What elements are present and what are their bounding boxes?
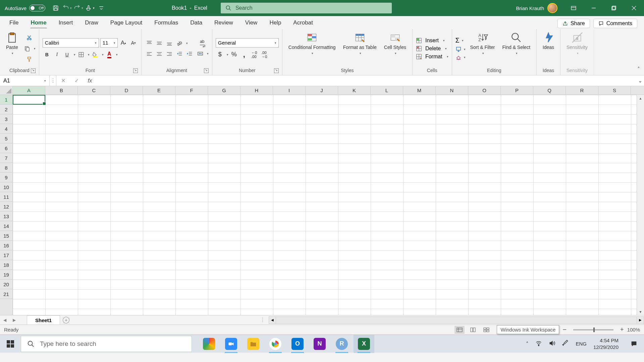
row-header[interactable]: 7 <box>0 153 12 163</box>
tab-view[interactable]: View <box>239 17 264 28</box>
row-header[interactable]: 3 <box>0 114 12 124</box>
maximize-button[interactable] <box>604 0 624 16</box>
find-select-button[interactable]: Find & Select▾ <box>500 31 533 66</box>
sheet-tab[interactable]: Sheet1 <box>27 315 60 324</box>
column-header[interactable]: H <box>240 86 273 95</box>
column-header[interactable]: F <box>175 86 208 95</box>
cut-icon[interactable] <box>23 34 36 42</box>
taskbar-app-outlook[interactable]: O <box>287 335 308 353</box>
taskbar-app-chrome[interactable] <box>265 335 286 353</box>
ink-workspace-icon[interactable] <box>562 340 569 348</box>
alignment-dialog-launcher[interactable] <box>204 68 209 73</box>
row-header[interactable]: 20 <box>0 280 12 289</box>
sort-filter-button[interactable]: AZ Sort & Filter▾ <box>468 31 498 66</box>
increase-indent-icon[interactable] <box>185 50 194 58</box>
vertical-scrollbar[interactable]: ▲ ▼ <box>637 95 644 315</box>
decrease-decimal-icon[interactable]: .00→0 <box>260 50 269 59</box>
ideas-button[interactable]: Ideas <box>540 31 557 66</box>
customize-qat-icon[interactable] <box>96 0 107 16</box>
format-cells-button[interactable]: Format▾ <box>416 54 448 60</box>
column-header[interactable]: Q <box>533 86 566 95</box>
bold-button[interactable]: B <box>43 50 51 59</box>
page-layout-view-icon[interactable] <box>468 326 478 334</box>
align-bottom-icon[interactable] <box>165 39 174 48</box>
row-header[interactable]: 4 <box>0 124 12 134</box>
taskbar-app-rstudio[interactable]: R <box>331 335 352 353</box>
align-right-icon[interactable] <box>165 50 174 58</box>
tab-file[interactable]: File <box>3 17 24 28</box>
autosave-control[interactable]: AutoSave Off <box>0 5 50 11</box>
volume-icon[interactable] <box>549 340 555 348</box>
borders-icon[interactable] <box>77 50 86 59</box>
column-header[interactable]: R <box>566 86 598 95</box>
column-header[interactable]: K <box>338 86 371 95</box>
tray-overflow-icon[interactable]: ˄ <box>526 341 529 347</box>
taskbar-app-meet[interactable] <box>199 335 219 353</box>
paste-button[interactable]: Paste▾ <box>3 31 21 66</box>
tab-page-layout[interactable]: Page Layout <box>104 17 148 28</box>
underline-button[interactable]: U <box>63 50 71 59</box>
column-header[interactable]: O <box>468 86 501 95</box>
taskbar-clock[interactable]: 4:54 PM 12/29/2020 <box>593 337 619 350</box>
action-center-icon[interactable] <box>625 335 643 353</box>
save-icon[interactable] <box>50 0 61 16</box>
decrease-font-icon[interactable]: A▾ <box>129 39 138 47</box>
accounting-format-icon[interactable]: $ <box>216 50 224 59</box>
hscroll-right-icon[interactable]: ▶ <box>637 316 644 324</box>
format-painter-icon[interactable] <box>23 55 36 64</box>
row-header[interactable]: 9 <box>0 173 12 182</box>
tab-draw[interactable]: Draw <box>79 17 104 28</box>
ribbon-display-icon[interactable] <box>564 0 584 16</box>
row-header[interactable]: 10 <box>0 182 12 192</box>
redo-icon[interactable]: ▾ <box>73 0 84 16</box>
scroll-up-icon[interactable]: ▲ <box>637 95 644 102</box>
insert-function-icon[interactable]: fx <box>83 75 97 86</box>
user-name[interactable]: Brian Krauth <box>516 5 544 11</box>
zoom-out-button[interactable]: − <box>562 326 567 334</box>
row-header[interactable]: 18 <box>0 260 12 270</box>
increase-font-icon[interactable]: A▴ <box>119 39 128 47</box>
row-header[interactable]: 8 <box>0 163 12 173</box>
row-header[interactable]: 5 <box>0 134 12 143</box>
add-sheet-button[interactable]: + <box>60 315 72 324</box>
font-dialog-launcher[interactable] <box>133 68 138 73</box>
tab-data[interactable]: Data <box>184 17 208 28</box>
formula-input[interactable] <box>97 75 636 86</box>
language-indicator[interactable]: ENG <box>576 341 587 347</box>
column-header[interactable]: N <box>436 86 468 95</box>
row-header[interactable]: 15 <box>0 231 12 241</box>
column-header[interactable]: J <box>306 86 338 95</box>
copy-icon[interactable] <box>23 44 32 53</box>
fill-color-icon[interactable] <box>91 50 100 59</box>
undo-icon[interactable]: ▾ <box>61 0 73 16</box>
insert-cells-button[interactable]: Insert▾ <box>416 38 448 44</box>
avatar[interactable] <box>547 3 557 13</box>
percent-format-icon[interactable]: % <box>230 50 238 59</box>
zoom-level[interactable]: 100% <box>627 327 640 333</box>
tab-formulas[interactable]: Formulas <box>148 17 184 28</box>
autosave-toggle[interactable]: Off <box>29 5 45 11</box>
delete-cells-button[interactable]: Delete▾ <box>416 46 448 52</box>
align-center-icon[interactable] <box>155 50 164 58</box>
font-size-combo[interactable]: 11▾ <box>100 38 118 48</box>
font-color-icon[interactable]: A <box>105 50 114 59</box>
share-button[interactable]: Share <box>557 19 590 28</box>
align-left-icon[interactable] <box>145 50 154 58</box>
normal-view-icon[interactable] <box>454 326 465 334</box>
select-all-button[interactable] <box>0 86 13 95</box>
fill-button[interactable]: ▾ <box>455 46 466 52</box>
format-as-table-button[interactable]: Format as Table▾ <box>340 31 379 66</box>
column-header[interactable]: C <box>78 86 110 95</box>
column-header[interactable]: I <box>273 86 306 95</box>
font-name-combo[interactable]: Calibri▾ <box>43 38 99 48</box>
sheet-nav-prev-icon[interactable]: ◀ <box>0 315 9 324</box>
row-header[interactable]: 14 <box>0 221 12 231</box>
increase-decimal-icon[interactable]: ←0.00 <box>250 50 259 59</box>
autosum-button[interactable]: Σ▾ <box>455 37 466 44</box>
close-button[interactable] <box>624 0 644 16</box>
column-header[interactable]: G <box>208 86 240 95</box>
touch-mode-icon[interactable]: ▾ <box>84 0 96 16</box>
expand-formula-bar-icon[interactable]: ⌄ <box>636 75 644 86</box>
wrap-text-icon[interactable]: ab <box>196 39 209 47</box>
conditional-formatting-button[interactable]: Conditional Formatting▾ <box>286 31 338 66</box>
